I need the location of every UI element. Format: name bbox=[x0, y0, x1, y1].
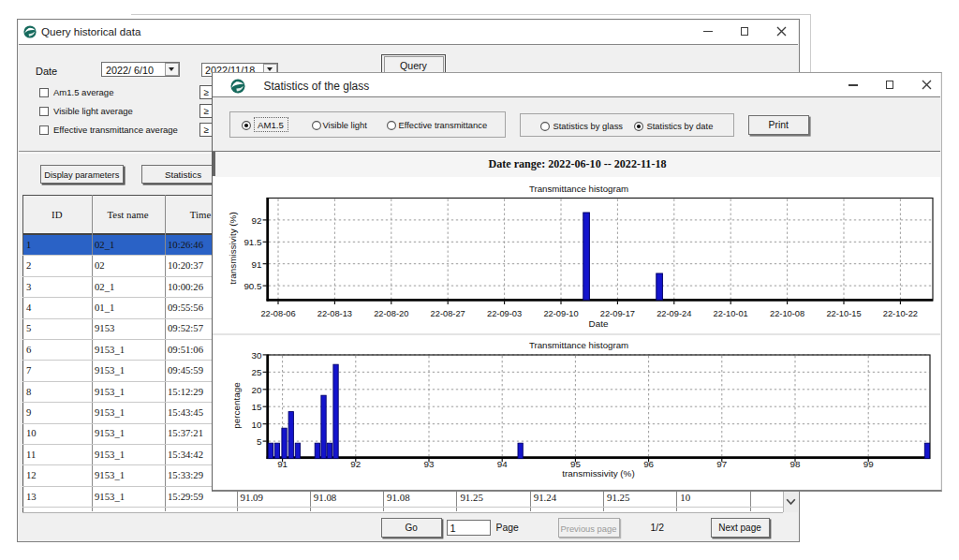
svg-text:96: 96 bbox=[643, 459, 654, 469]
svg-text:30: 30 bbox=[252, 350, 262, 361]
svg-text:22-10-08: 22-10-08 bbox=[770, 309, 804, 318]
svg-text:22-08-27: 22-08-27 bbox=[431, 309, 465, 318]
svg-text:99: 99 bbox=[863, 459, 874, 469]
svg-text:92: 92 bbox=[350, 459, 361, 469]
svg-text:transmissivity (%): transmissivity (%) bbox=[228, 212, 238, 284]
svg-text:92: 92 bbox=[252, 215, 262, 226]
svg-text:Date: Date bbox=[589, 318, 609, 329]
svg-text:93: 93 bbox=[424, 459, 435, 469]
svg-text:97: 97 bbox=[716, 459, 727, 469]
svg-text:22-08-20: 22-08-20 bbox=[374, 309, 408, 318]
svg-text:22-09-10: 22-09-10 bbox=[543, 309, 578, 318]
svg-text:98: 98 bbox=[790, 459, 801, 469]
svg-text:22-09-24: 22-09-24 bbox=[657, 309, 691, 318]
svg-text:22-09-17: 22-09-17 bbox=[600, 309, 635, 318]
svg-text:22-08-06: 22-08-06 bbox=[260, 309, 295, 318]
svg-text:20: 20 bbox=[252, 385, 262, 395]
svg-text:91.5: 91.5 bbox=[243, 237, 262, 247]
svg-text:Transmittance histogram: Transmittance histogram bbox=[529, 340, 628, 350]
svg-text:10: 10 bbox=[252, 420, 262, 430]
svg-text:91: 91 bbox=[252, 259, 262, 270]
svg-text:25: 25 bbox=[252, 367, 262, 377]
svg-text:94: 94 bbox=[497, 459, 508, 469]
svg-text:22-08-13: 22-08-13 bbox=[317, 309, 352, 318]
svg-text:22-10-01: 22-10-01 bbox=[714, 309, 748, 318]
svg-text:90.5: 90.5 bbox=[243, 281, 262, 291]
svg-text:transmissivity (%): transmissivity (%) bbox=[562, 468, 634, 479]
svg-text:22-10-15: 22-10-15 bbox=[826, 309, 861, 318]
svg-text:5: 5 bbox=[257, 436, 262, 447]
svg-text:Transmittance histogram: Transmittance histogram bbox=[529, 184, 628, 194]
svg-text:91: 91 bbox=[277, 459, 288, 469]
svg-text:22-10-22: 22-10-22 bbox=[883, 309, 918, 318]
svg-text:15: 15 bbox=[252, 402, 262, 412]
svg-text:95: 95 bbox=[570, 459, 581, 469]
svg-text:22-09-03: 22-09-03 bbox=[487, 309, 522, 318]
svg-text:percentage: percentage bbox=[231, 382, 242, 429]
